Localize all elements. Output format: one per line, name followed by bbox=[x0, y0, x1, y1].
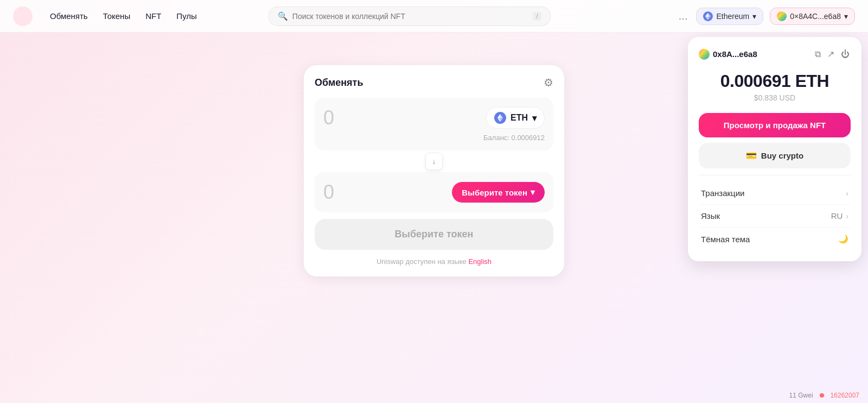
to-token-box: 0 Выберите токен ▾ bbox=[315, 172, 553, 212]
svg-point-0 bbox=[13, 7, 33, 26]
panel-address-label: 0x8A...е6а8 bbox=[713, 49, 757, 59]
wallet-panel: 0x8A...е6а8 ⧉ ↗ ⏻ 0.000691 ETH $0.838 US… bbox=[688, 37, 861, 261]
wallet-panel-header: 0x8A...е6а8 ⧉ ↗ ⏻ bbox=[699, 48, 851, 60]
nav-links: Обменять Токены NFT Пулы bbox=[50, 11, 197, 21]
dark-theme-menu-item[interactable]: Тёмная тема 🌙 bbox=[699, 228, 851, 250]
eth-token-icon bbox=[494, 112, 506, 124]
swap-arrow-container: ↓ bbox=[315, 153, 553, 170]
from-token-box: 0 ETH ▾ Баланс: 0.0006912 bbox=[315, 98, 553, 150]
moon-icon: 🌙 bbox=[838, 234, 848, 244]
buy-crypto-label: Buy crypto bbox=[761, 151, 803, 160]
gwei-label: 11 Gwei bbox=[789, 392, 813, 399]
swap-submit-button[interactable]: Выберите токен bbox=[315, 219, 553, 250]
search-icon: 🔍 bbox=[278, 11, 288, 21]
language-label: Язык bbox=[701, 211, 720, 221]
search-input[interactable] bbox=[292, 12, 529, 21]
wallet-address-button[interactable]: 0×8A4C...е6а8 ▾ bbox=[770, 8, 855, 25]
footer-text: Uniswap доступен на языке bbox=[376, 257, 468, 266]
external-link-button[interactable]: ↗ bbox=[826, 48, 835, 60]
logo-icon[interactable]: 🦄 bbox=[13, 7, 33, 26]
search-bar[interactable]: 🔍 / bbox=[269, 7, 551, 26]
block-dot bbox=[820, 393, 824, 398]
network-chevron: ▾ bbox=[752, 12, 756, 21]
navbar: 🦄 Обменять Токены NFT Пулы 🔍 / ... Ether… bbox=[0, 0, 868, 33]
more-button[interactable]: ... bbox=[676, 8, 690, 24]
network-name: Ethereum bbox=[716, 12, 749, 21]
main-content: Обменять ⚙ 0 ETH ▾ Баланс bbox=[0, 33, 868, 276]
transactions-chevron: › bbox=[846, 189, 848, 198]
select-token-chevron: ▾ bbox=[531, 187, 535, 197]
from-token-label: ETH bbox=[510, 113, 528, 123]
select-token-label: Выберите токен bbox=[462, 188, 527, 197]
from-token-select[interactable]: ETH ▾ bbox=[486, 107, 545, 129]
copy-address-button[interactable]: ⧉ bbox=[814, 48, 822, 60]
from-amount[interactable]: 0 bbox=[323, 106, 334, 129]
language-value: RU › bbox=[831, 211, 848, 221]
to-amount[interactable]: 0 bbox=[323, 181, 334, 204]
nav-link-pools[interactable]: Пулы bbox=[176, 11, 197, 21]
status-bar: 11 Gwei 16262007 bbox=[0, 388, 868, 403]
wallet-panel-address: 0x8A...е6а8 bbox=[699, 49, 757, 60]
buy-crypto-button[interactable]: 💳 Buy crypto bbox=[699, 143, 851, 168]
panel-divider bbox=[699, 175, 851, 175]
transactions-label: Транзакции bbox=[701, 188, 744, 198]
nav-right: ... Ethereum ▾ 0×8A4C...е6а8 ▾ bbox=[676, 8, 855, 25]
nft-button[interactable]: Просмотр и продажа NFT bbox=[699, 113, 851, 137]
language-menu-item[interactable]: Язык RU › bbox=[699, 205, 851, 228]
wallet-chevron: ▾ bbox=[844, 12, 848, 21]
nav-link-nft[interactable]: NFT bbox=[145, 11, 161, 21]
wallet-address-label: 0×8A4C...е6а8 bbox=[790, 12, 841, 21]
swap-card: Обменять ⚙ 0 ETH ▾ Баланс bbox=[304, 65, 564, 276]
from-token-balance: Баланс: 0.0006912 bbox=[323, 134, 545, 142]
network-selector[interactable]: Ethereum ▾ bbox=[696, 8, 763, 25]
footer-link[interactable]: English bbox=[468, 257, 492, 266]
from-token-chevron: ▾ bbox=[532, 113, 537, 123]
disconnect-button[interactable]: ⏻ bbox=[840, 48, 851, 60]
wallet-balance: 0.000691 ETH $0.838 USD bbox=[699, 71, 851, 102]
swap-card-header: Обменять ⚙ bbox=[315, 76, 553, 89]
settings-button[interactable]: ⚙ bbox=[544, 76, 553, 89]
dark-theme-label: Тёмная тема bbox=[701, 235, 750, 244]
swap-title: Обменять bbox=[315, 77, 363, 89]
panel-menu: Транзакции › Язык RU › Тёмная тема 🌙 bbox=[699, 182, 851, 250]
wallet-panel-actions: ⧉ ↗ ⏻ bbox=[814, 48, 851, 60]
to-token-inner: 0 Выберите токен ▾ bbox=[323, 181, 545, 204]
transactions-menu-item[interactable]: Транзакции › bbox=[699, 182, 851, 205]
ethereum-icon bbox=[703, 11, 713, 21]
swap-footer: Uniswap доступен на языке English bbox=[315, 257, 553, 266]
block-number: 16262007 bbox=[831, 392, 859, 399]
nav-link-tokens[interactable]: Токены bbox=[103, 11, 130, 21]
balance-usd: $0.838 USD bbox=[699, 93, 851, 102]
swap-direction-button[interactable]: ↓ bbox=[425, 153, 443, 170]
language-code: RU bbox=[831, 211, 843, 221]
panel-wallet-avatar bbox=[699, 49, 710, 60]
search-shortcut: / bbox=[533, 12, 541, 21]
dark-theme-icon: 🌙 bbox=[838, 234, 848, 244]
nav-link-exchange[interactable]: Обменять bbox=[50, 11, 88, 21]
from-token-inner: 0 ETH ▾ bbox=[323, 106, 545, 129]
to-token-select[interactable]: Выберите токен ▾ bbox=[452, 182, 545, 203]
balance-eth: 0.000691 ETH bbox=[699, 71, 851, 91]
card-icon: 💳 bbox=[746, 150, 757, 161]
wallet-avatar bbox=[777, 11, 787, 21]
